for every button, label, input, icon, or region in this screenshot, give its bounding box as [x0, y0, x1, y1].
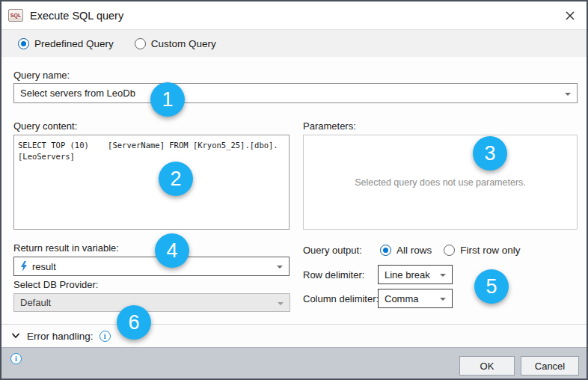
execute-sql-query-dialog: SQL Execute SQL query Predefined Query C… [0, 0, 588, 380]
info-icon[interactable]: i [10, 353, 22, 364]
radio-selected-icon [380, 245, 391, 256]
info-icon[interactable]: i [99, 331, 111, 342]
row-delimiter-value: Line break [385, 269, 430, 281]
chevron-down-icon [565, 93, 571, 96]
callout-badge-1: 1 [150, 82, 185, 117]
chevron-down-icon [277, 266, 283, 269]
return-variable-dropdown[interactable]: result [13, 257, 290, 276]
footer-bar: i OK Cancel [1, 347, 587, 380]
close-icon [566, 11, 575, 20]
radio-selected-icon [18, 38, 29, 49]
dialog-title: Execute SQL query [30, 10, 123, 22]
callout-badge-2: 2 [159, 162, 193, 196]
query-output-row: Ouery output: All rows First row only [303, 245, 533, 256]
parameters-panel: Selected query does not use parameters. [303, 135, 578, 230]
title-bar: SQL Execute SQL query [1, 1, 587, 29]
first-row-only-label: First row only [460, 245, 520, 256]
chevron-down-icon [278, 302, 284, 305]
query-content-label: Query content: [13, 120, 77, 132]
radio-unselected-icon [444, 245, 455, 256]
return-variable-label: Return result in variable: [13, 242, 119, 254]
query-output-label: Ouery output: [303, 245, 380, 256]
db-provider-dropdown: Default [13, 293, 290, 312]
query-name-value: Select servers from LeoDb [20, 88, 135, 99]
query-name-dropdown[interactable]: Select servers from LeoDb [13, 83, 578, 103]
db-provider-label: Select DB Provider: [13, 279, 98, 290]
row-delimiter-label: Row delimiter: [303, 269, 364, 281]
predefined-query-radio[interactable]: Predefined Query [18, 38, 114, 49]
column-delimiter-label: Column delimiter: [303, 293, 379, 304]
return-variable-value: result [32, 261, 56, 272]
callout-badge-6: 6 [117, 305, 151, 340]
query-mode-band: Predefined Query Custom Query [1, 29, 587, 57]
query-content-textarea[interactable]: SELECT TOP (10) [ServerName] FROM [Kryon… [13, 135, 290, 230]
radio-unselected-icon [135, 38, 146, 49]
ok-button[interactable]: OK [459, 356, 515, 376]
first-row-only-radio[interactable]: First row only [444, 245, 520, 256]
row-delimiter-dropdown[interactable]: Line break [378, 265, 453, 284]
callout-badge-5: 5 [474, 269, 509, 304]
all-rows-label: All rows [396, 245, 432, 256]
db-provider-value: Default [20, 297, 51, 308]
column-delimiter-dropdown[interactable]: Comma [378, 289, 453, 308]
column-delimiter-value: Comma [385, 293, 419, 304]
chevron-down-icon [440, 274, 446, 277]
error-handling-label: Error handling: [27, 331, 94, 342]
chevron-down-icon [440, 298, 446, 301]
predefined-query-label: Predefined Query [34, 38, 114, 49]
close-button[interactable] [562, 7, 578, 24]
variable-lightning-icon [20, 261, 28, 272]
callout-badge-4: 4 [155, 233, 189, 268]
parameters-label: Parameters: [303, 120, 356, 132]
sql-document-icon: SQL [8, 9, 23, 22]
parameters-empty-message: Selected query does not use parameters. [355, 177, 526, 188]
error-handling-section[interactable]: Error handling: i [1, 324, 587, 347]
chevron-down-icon [12, 333, 19, 339]
custom-query-label: Custom Query [151, 38, 216, 49]
custom-query-radio[interactable]: Custom Query [135, 38, 216, 49]
cancel-button[interactable]: Cancel [521, 356, 579, 376]
query-name-label: Query name: [13, 70, 70, 81]
callout-badge-3: 3 [473, 136, 507, 171]
all-rows-radio[interactable]: All rows [380, 245, 432, 256]
